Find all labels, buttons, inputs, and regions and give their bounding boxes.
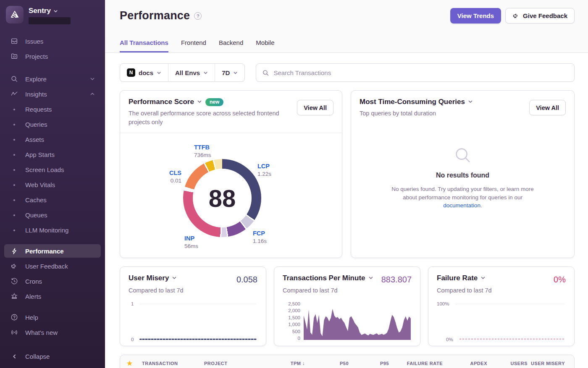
failure-rate-subtitle: Compared to last 7d bbox=[437, 287, 566, 294]
transactions-table-header: ★ TRANSACTION PROJECT TPM↓ P50 P95 FAILU… bbox=[120, 355, 575, 368]
performance-score-view-all-button[interactable]: View All bbox=[297, 100, 333, 115]
sidebar-item-label: Issues bbox=[25, 38, 95, 45]
user-misery-series bbox=[139, 339, 257, 340]
sidebar-item-label: Alerts bbox=[25, 293, 95, 300]
failure-rate-title[interactable]: Failure Rate bbox=[437, 274, 486, 282]
chevron-down-icon bbox=[197, 98, 202, 106]
sidebar-item-queues[interactable]: •Queues bbox=[0, 207, 105, 222]
sidebar-item-label: Performance bbox=[25, 248, 95, 255]
sidebar-item-label: User Feedback bbox=[25, 263, 95, 270]
bullet-icon: • bbox=[10, 227, 18, 234]
help-question-icon[interactable]: ? bbox=[194, 12, 202, 20]
tab-frontend[interactable]: Frontend bbox=[181, 39, 206, 52]
projects-icon bbox=[10, 52, 18, 60]
sidebar-item-web-vitals[interactable]: •Web Vitals bbox=[0, 177, 105, 192]
give-feedback-button[interactable]: Give Feedback bbox=[505, 8, 575, 23]
col-users[interactable]: USERS bbox=[490, 361, 530, 366]
view-trends-button[interactable]: View Trends bbox=[450, 8, 501, 23]
sidebar-item-label: Crons bbox=[25, 278, 95, 285]
col-project[interactable]: PROJECT bbox=[204, 361, 262, 366]
sidebar-item-app-starts[interactable]: •App Starts bbox=[0, 147, 105, 162]
failure-rate-value: 0% bbox=[554, 275, 566, 284]
sidebar-item-assets[interactable]: •Assets bbox=[0, 132, 105, 147]
empty-state-title: No results found bbox=[436, 172, 489, 179]
chevron-down-icon bbox=[172, 274, 177, 282]
sidebar-item-screen-loads[interactable]: •Screen Loads bbox=[0, 162, 105, 177]
sidebar-item-explore[interactable]: Explore bbox=[0, 71, 105, 86]
chevron-left-icon bbox=[10, 354, 18, 359]
search-icon bbox=[10, 75, 18, 83]
sidebar-item-insights[interactable]: Insights bbox=[0, 86, 105, 102]
sidebar-item-label: Insights bbox=[25, 91, 83, 98]
tab-mobile[interactable]: Mobile bbox=[256, 39, 274, 52]
queries-subtitle: Top queries by total duration bbox=[360, 109, 519, 118]
performance-score-chart: 88 TTFB 736ms LCP 1.22s CLS 0.01 bbox=[120, 133, 342, 256]
sidebar-item-performance[interactable]: Performance bbox=[4, 244, 101, 258]
sentry-logo[interactable] bbox=[6, 6, 24, 23]
chevron-up-icon bbox=[90, 91, 95, 98]
col-user-misery[interactable]: USER MISERY bbox=[530, 361, 567, 366]
user-misery-title[interactable]: User Misery bbox=[129, 274, 177, 282]
col-failure-rate[interactable]: FAILURE RATE bbox=[391, 361, 445, 366]
sidebar-item-label: Explore bbox=[25, 76, 83, 83]
search-transactions-input[interactable] bbox=[273, 69, 568, 76]
sidebar-item-user-feedback[interactable]: User Feedback bbox=[0, 258, 105, 274]
tab-all-transactions[interactable]: All Transactions bbox=[120, 39, 168, 52]
sidebar-item-requests[interactable]: •Requests bbox=[0, 102, 105, 117]
tpm-title[interactable]: Transactions Per Minute bbox=[283, 274, 373, 282]
sidebar-item-crons[interactable]: Crons bbox=[0, 274, 105, 289]
sidebar-item-help[interactable]: Help bbox=[0, 310, 105, 325]
sidebar-item-alerts[interactable]: Alerts bbox=[0, 289, 105, 304]
chevron-down-icon bbox=[468, 98, 473, 106]
tpm-area-chart bbox=[304, 303, 411, 340]
documentation-link[interactable]: documentation bbox=[443, 202, 480, 209]
queries-title[interactable]: Most Time-Consuming Queries bbox=[360, 98, 473, 106]
search-icon bbox=[262, 69, 269, 76]
star-icon[interactable]: ★ bbox=[127, 360, 142, 367]
sidebar-item-whats-new[interactable]: What's new bbox=[0, 325, 105, 340]
tab-bar: All Transactions Frontend Backend Mobile bbox=[120, 39, 274, 52]
megaphone-icon bbox=[10, 262, 18, 270]
broadcast-icon bbox=[10, 329, 18, 336]
col-transaction[interactable]: TRANSACTION bbox=[142, 361, 204, 366]
bullet-icon: • bbox=[10, 136, 18, 143]
vital-cls: CLS 0.01 bbox=[158, 169, 181, 184]
col-apdex[interactable]: APDEX bbox=[445, 361, 490, 366]
date-range-filter[interactable]: 7D bbox=[215, 64, 244, 81]
sidebar-item-caches[interactable]: •Caches bbox=[0, 192, 105, 207]
col-p95[interactable]: P95 bbox=[351, 361, 391, 366]
empty-state-body: No queries found. Try updating your filt… bbox=[387, 185, 539, 210]
col-p50[interactable]: P50 bbox=[307, 361, 351, 366]
project-platform-icon: N bbox=[127, 68, 135, 77]
performance-score-title[interactable]: Performance Score bbox=[129, 98, 202, 106]
tab-backend[interactable]: Backend bbox=[219, 39, 243, 52]
sidebar-item-llm-monitoring[interactable]: •LLM Monitoring bbox=[0, 222, 105, 238]
bullet-icon: • bbox=[10, 166, 18, 173]
sidebar-item-issues[interactable]: Issues bbox=[0, 34, 105, 49]
siren-icon bbox=[10, 292, 18, 300]
search-transactions-box bbox=[256, 63, 575, 82]
sentry-logo-icon bbox=[9, 9, 20, 20]
sort-desc-icon: ↓ bbox=[302, 360, 305, 366]
col-tpm[interactable]: TPM↓ bbox=[262, 360, 307, 366]
project-filter[interactable]: N docs bbox=[120, 64, 168, 81]
environment-filter[interactable]: All Envs bbox=[168, 64, 215, 81]
sidebar-collapse-button[interactable]: Collapse bbox=[0, 349, 105, 364]
sidebar-item-queries[interactable]: •Queries bbox=[0, 117, 105, 132]
sidebar-item-projects[interactable]: Projects bbox=[0, 49, 105, 64]
performance-score-ring: 88 bbox=[183, 159, 261, 237]
date-range-value: 7D bbox=[222, 69, 230, 76]
user-misery-value: 0.058 bbox=[236, 275, 257, 284]
project-filter-value: docs bbox=[139, 69, 153, 76]
issues-icon bbox=[10, 37, 18, 45]
org-switcher[interactable]: Sentry bbox=[29, 7, 71, 15]
sidebar-nav: Issues Projects Explore Insights •Reques… bbox=[0, 29, 105, 368]
queries-view-all-button[interactable]: View All bbox=[529, 100, 566, 115]
clock-history-icon bbox=[10, 277, 18, 285]
org-subtitle-redacted bbox=[29, 17, 71, 24]
performance-score-value: 88 bbox=[183, 159, 261, 237]
chevron-down-icon bbox=[90, 76, 95, 83]
org-header: Sentry bbox=[0, 0, 105, 29]
org-name: Sentry bbox=[29, 7, 51, 15]
sidebar-item-label: What's new bbox=[25, 329, 95, 336]
